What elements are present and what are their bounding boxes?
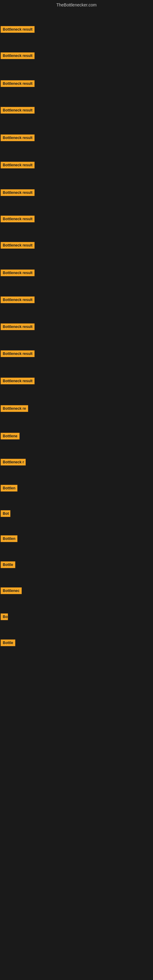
bottleneck-label[interactable]: Bottlene	[1, 433, 19, 439]
bottleneck-label[interactable]: Bottleneck result	[1, 378, 35, 384]
bottleneck-label[interactable]: Bottleneck result	[1, 216, 35, 222]
bottleneck-row: Bottleneck result	[0, 80, 35, 88]
bottleneck-row: Bottlen	[0, 535, 18, 543]
bottleneck-label[interactable]: Bottle	[1, 640, 15, 646]
bottleneck-row: Bottleneck result	[0, 52, 35, 60]
bottleneck-row: Bottlen	[0, 485, 18, 493]
bottleneck-row: Bottleneck result	[0, 296, 35, 304]
bottleneck-row: Bottleneck result	[0, 134, 35, 142]
site-header: TheBottlenecker.com	[0, 0, 153, 9]
bottleneck-label[interactable]: Bottleneck result	[1, 242, 35, 249]
bottleneck-row: Bottleneck result	[0, 323, 35, 331]
bottleneck-row: Bottleneck result	[0, 216, 35, 224]
bottleneck-label[interactable]: Bot	[1, 510, 10, 517]
bottleneck-label[interactable]: Bottlen	[1, 535, 18, 542]
bottleneck-row: Bottle	[0, 640, 15, 648]
bottleneck-label[interactable]: Bottleneck result	[1, 296, 35, 303]
bottleneck-row: Bottleneck result	[0, 378, 35, 385]
bottleneck-row: Bottleneck result	[0, 242, 35, 250]
bottleneck-row: Bottleneck result	[0, 162, 35, 170]
bottleneck-label[interactable]: Bottlenec	[1, 587, 22, 594]
bottleneck-row: Bottleneck r	[0, 459, 26, 467]
bottleneck-label[interactable]: Bottleneck result	[1, 80, 35, 87]
bottleneck-label[interactable]: Bottleneck result	[1, 162, 35, 169]
bottleneck-label[interactable]: Bottleneck result	[1, 134, 35, 141]
bottleneck-row: Bottle	[0, 562, 15, 569]
bottleneck-label[interactable]: Bottleneck re	[1, 405, 28, 412]
bottleneck-label[interactable]: Bottleneck result	[1, 52, 35, 59]
bottleneck-row: Bot	[0, 510, 10, 518]
bottleneck-label[interactable]: Bo	[1, 613, 8, 620]
bottleneck-row: Bottleneck result	[0, 107, 35, 115]
bottleneck-row: Bottleneck result	[0, 189, 35, 197]
bottleneck-label[interactable]: Bottleneck result	[1, 323, 35, 330]
bottleneck-row: Bottleneck result	[0, 26, 35, 34]
bottleneck-label[interactable]: Bottleneck result	[1, 107, 35, 114]
bottleneck-label[interactable]: Bottlen	[1, 485, 18, 492]
bottleneck-label[interactable]: Bottleneck r	[1, 459, 26, 466]
bottleneck-label[interactable]: Bottleneck result	[1, 26, 35, 33]
bottleneck-row: Bottlenec	[0, 587, 22, 595]
items-container: Bottleneck resultBottleneck resultBottle…	[0, 9, 153, 928]
bottleneck-row: Bottleneck result	[0, 350, 35, 358]
bottleneck-row: Bottleneck result	[0, 269, 35, 277]
bottleneck-label[interactable]: Bottle	[1, 562, 15, 568]
bottleneck-row: Bottleneck re	[0, 405, 28, 413]
bottleneck-label[interactable]: Bottleneck result	[1, 189, 35, 196]
bottleneck-row: Bottlene	[0, 433, 19, 441]
bottleneck-label[interactable]: Bottleneck result	[1, 350, 35, 357]
bottleneck-row: Bo	[0, 613, 8, 621]
bottleneck-label[interactable]: Bottleneck result	[1, 269, 35, 276]
